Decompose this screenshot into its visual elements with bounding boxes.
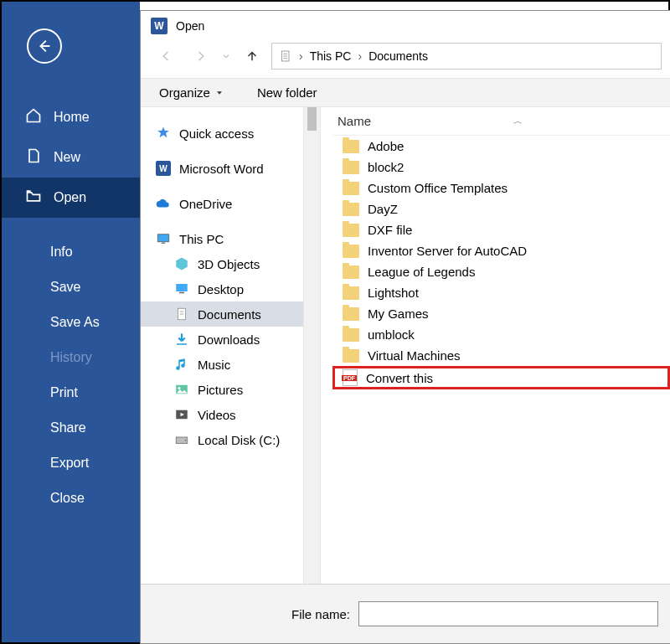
backstage-item-label: Print xyxy=(50,385,78,400)
word-app-icon: W xyxy=(151,18,168,34)
folder-item-inventor-server-for-autocad[interactable]: Inventor Server for AutoCAD xyxy=(332,240,670,261)
svg-rect-5 xyxy=(162,243,166,245)
folder-icon xyxy=(343,224,359,237)
tree-item-local-disk-c-[interactable]: Local Disk (C:) xyxy=(141,427,303,452)
tree-item-label: Desktop xyxy=(198,282,244,296)
folder-item-custom-office-templates[interactable]: Custom Office Templates xyxy=(332,178,670,198)
folder-item-umblock[interactable]: umblock xyxy=(332,324,670,345)
arrow-up-icon xyxy=(245,49,260,64)
breadcrumb-this-pc[interactable]: This PC xyxy=(310,49,352,63)
svg-point-13 xyxy=(178,387,181,389)
backstage-item-label: History xyxy=(50,350,92,365)
column-name-label: Name xyxy=(338,114,371,128)
tree-item-label: Quick access xyxy=(179,126,254,141)
backstage-item-close[interactable]: Close xyxy=(2,481,140,516)
file-item-label: Convert this xyxy=(366,371,433,385)
tree-item-downloads[interactable]: Downloads xyxy=(141,327,303,352)
backstage-item-history[interactable]: History xyxy=(2,340,140,375)
nav-back-button[interactable] xyxy=(152,44,181,69)
cube-icon xyxy=(174,256,189,271)
tree-item-microsoft-word[interactable]: WMicrosoft Word xyxy=(141,156,303,181)
file-item-label: DXF file xyxy=(368,223,412,237)
folder-item-dayz[interactable]: DayZ xyxy=(332,198,670,219)
tree-item-label: Microsoft Word xyxy=(179,162,264,176)
column-header-name[interactable]: Name ︿ xyxy=(332,107,670,136)
file-item-label: Lightshot xyxy=(368,286,419,300)
documents-icon xyxy=(279,49,292,63)
folder-item-virtual-machines[interactable]: Virtual Machines xyxy=(332,345,670,366)
tree-item-this-pc[interactable]: This PC xyxy=(141,226,303,251)
file-item-label: DayZ xyxy=(368,202,398,216)
folder-item-dxf-file[interactable]: DXF file xyxy=(332,219,670,240)
nav-forward-button[interactable] xyxy=(186,44,214,69)
svg-point-16 xyxy=(185,440,187,441)
tree-item-label: Music xyxy=(198,358,230,372)
backstage-item-info[interactable]: Info xyxy=(2,234,140,270)
folder-icon xyxy=(343,245,359,258)
folder-item-block2[interactable]: block2 xyxy=(332,157,670,178)
tree-item-documents[interactable]: Documents xyxy=(141,301,303,327)
tree-item-onedrive[interactable]: OneDrive xyxy=(141,191,303,216)
back-button[interactable] xyxy=(27,28,62,64)
folder-icon xyxy=(343,286,359,300)
folder-icon xyxy=(343,349,359,363)
address-bar[interactable]: › This PC › Documents xyxy=(271,43,662,70)
folder-item-my-games[interactable]: My Games xyxy=(332,303,670,324)
folder-icon xyxy=(343,265,359,279)
backstage-item-label: New xyxy=(54,150,80,165)
backstage-item-export[interactable]: Export xyxy=(2,446,140,481)
organize-label: Organize xyxy=(159,85,210,100)
file-list-panel: Name ︿ Adobeblock2Custom Office Template… xyxy=(321,107,670,584)
pc-icon xyxy=(156,231,171,246)
documents-icon xyxy=(174,307,189,322)
home-icon xyxy=(25,107,42,127)
backstage-item-save-as[interactable]: Save As xyxy=(2,305,140,340)
backstage-item-share[interactable]: Share xyxy=(2,410,140,446)
backstage-item-new[interactable]: New xyxy=(2,137,140,178)
tree-item-music[interactable]: Music xyxy=(141,352,303,377)
disk-icon xyxy=(174,432,189,447)
nav-bar: › This PC › Documents xyxy=(141,39,670,78)
filename-label: File name: xyxy=(141,607,350,621)
backstage-item-label: Home xyxy=(54,110,90,125)
folder-item-lightshot[interactable]: Lightshot xyxy=(332,282,670,303)
organize-menu[interactable]: Organize xyxy=(159,85,224,100)
backstage-item-label: Open xyxy=(54,190,86,205)
tree-item-quick-access[interactable]: Quick access xyxy=(141,121,303,146)
file-item-label: Virtual Machines xyxy=(368,348,461,363)
file-item-label: Inventor Server for AutoCAD xyxy=(368,244,527,258)
backstage-item-home[interactable]: Home xyxy=(2,97,140,137)
recent-locations-button[interactable] xyxy=(219,44,233,69)
backstage-item-open[interactable]: Open xyxy=(2,178,140,218)
star-icon xyxy=(156,126,171,141)
breadcrumb-documents[interactable]: Documents xyxy=(368,49,428,63)
file-item-convert-this[interactable]: Convert this xyxy=(332,366,670,389)
arrow-right-icon xyxy=(193,49,208,64)
desktop-icon xyxy=(174,281,189,296)
folder-icon xyxy=(343,307,359,321)
tree-scrollbar[interactable] xyxy=(304,107,321,584)
backstage-item-save[interactable]: Save xyxy=(2,270,140,305)
tree-item-videos[interactable]: Videos xyxy=(141,402,303,427)
breadcrumb-sep-icon: › xyxy=(299,49,303,63)
arrow-left-icon xyxy=(159,49,174,64)
folder-item-adobe[interactable]: Adobe xyxy=(332,136,670,157)
nav-up-button[interactable] xyxy=(238,44,266,69)
folder-item-league-of-legends[interactable]: League of Legends xyxy=(332,261,670,282)
tree-item-desktop[interactable]: Desktop xyxy=(141,276,303,301)
tree-item-label: Pictures xyxy=(198,383,243,397)
backstage-item-print[interactable]: Print xyxy=(2,375,140,410)
tree-item-label: This PC xyxy=(179,232,224,246)
filename-bar: File name: xyxy=(141,584,670,643)
tree-item-label: Downloads xyxy=(198,332,260,347)
dialog-toolbar: Organize New folder xyxy=(141,78,670,107)
tree-item-pictures[interactable]: Pictures xyxy=(141,377,303,402)
cloud-icon xyxy=(156,196,171,211)
tree-item-3d-objects[interactable]: 3D Objects xyxy=(141,251,303,276)
new-folder-label: New folder xyxy=(257,85,317,100)
filename-input[interactable] xyxy=(358,601,658,626)
folder-icon xyxy=(343,203,359,216)
new-folder-button[interactable]: New folder xyxy=(257,85,317,100)
pictures-icon xyxy=(174,382,189,397)
open-icon xyxy=(25,188,42,208)
